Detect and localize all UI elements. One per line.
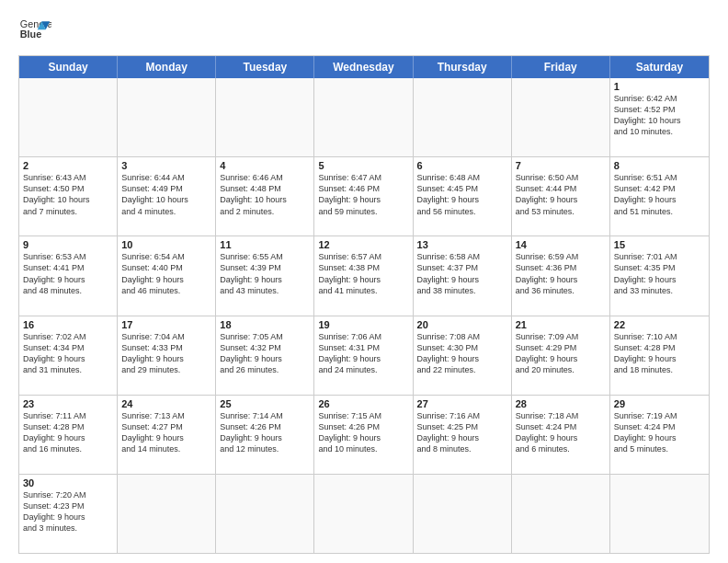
cal-cell bbox=[216, 475, 314, 553]
day-info: Sunrise: 7:06 AM Sunset: 4:31 PM Dayligh… bbox=[318, 331, 408, 376]
cal-cell: 15Sunrise: 7:01 AM Sunset: 4:35 PM Dayli… bbox=[610, 236, 709, 315]
day-number: 26 bbox=[318, 398, 408, 409]
cal-cell bbox=[314, 475, 413, 553]
calendar-header: SundayMondayTuesdayWednesdayThursdayFrid… bbox=[19, 56, 709, 78]
cal-cell: 16Sunrise: 7:02 AM Sunset: 4:34 PM Dayli… bbox=[19, 316, 118, 395]
cal-cell bbox=[414, 78, 512, 156]
day-number: 27 bbox=[417, 398, 507, 409]
day-number: 3 bbox=[121, 160, 211, 171]
page: General Blue SundayMondayTuesdayWednesda… bbox=[0, 0, 728, 563]
cal-cell: 20Sunrise: 7:08 AM Sunset: 4:30 PM Dayli… bbox=[414, 316, 512, 395]
day-info: Sunrise: 6:47 AM Sunset: 4:46 PM Dayligh… bbox=[318, 172, 408, 217]
cal-cell: 26Sunrise: 7:15 AM Sunset: 4:26 PM Dayli… bbox=[314, 396, 413, 474]
day-info: Sunrise: 7:08 AM Sunset: 4:30 PM Dayligh… bbox=[417, 331, 507, 376]
day-info: Sunrise: 7:13 AM Sunset: 4:27 PM Dayligh… bbox=[121, 410, 211, 455]
cal-cell: 13Sunrise: 6:58 AM Sunset: 4:37 PM Dayli… bbox=[414, 236, 512, 315]
cal-cell: 3Sunrise: 6:44 AM Sunset: 4:49 PM Daylig… bbox=[118, 157, 216, 236]
calendar: SundayMondayTuesdayWednesdayThursdayFrid… bbox=[18, 55, 710, 554]
cal-cell: 27Sunrise: 7:16 AM Sunset: 4:25 PM Dayli… bbox=[414, 396, 512, 474]
cal-header-day: Friday bbox=[512, 56, 610, 78]
cal-cell bbox=[19, 78, 118, 156]
day-number: 16 bbox=[23, 319, 113, 330]
cal-cell bbox=[118, 78, 216, 156]
cal-row: 9Sunrise: 6:53 AM Sunset: 4:41 PM Daylig… bbox=[19, 236, 709, 315]
generalblue-logo-icon: General Blue bbox=[18, 15, 51, 48]
cal-cell: 10Sunrise: 6:54 AM Sunset: 4:40 PM Dayli… bbox=[118, 236, 216, 315]
day-info: Sunrise: 7:14 AM Sunset: 4:26 PM Dayligh… bbox=[220, 410, 310, 455]
cal-cell bbox=[414, 475, 512, 553]
day-number: 17 bbox=[121, 319, 211, 330]
day-number: 14 bbox=[516, 239, 606, 250]
day-number: 11 bbox=[220, 239, 310, 250]
day-number: 28 bbox=[516, 398, 606, 409]
day-info: Sunrise: 7:01 AM Sunset: 4:35 PM Dayligh… bbox=[614, 251, 705, 296]
cal-header-day: Tuesday bbox=[216, 56, 314, 78]
cal-cell: 4Sunrise: 6:46 AM Sunset: 4:48 PM Daylig… bbox=[216, 157, 314, 236]
cal-row: 16Sunrise: 7:02 AM Sunset: 4:34 PM Dayli… bbox=[19, 316, 709, 395]
day-number: 20 bbox=[417, 319, 507, 330]
logo: General Blue bbox=[18, 15, 51, 48]
cal-cell: 28Sunrise: 7:18 AM Sunset: 4:24 PM Dayli… bbox=[512, 396, 610, 474]
cal-cell: 12Sunrise: 6:57 AM Sunset: 4:38 PM Dayli… bbox=[314, 236, 413, 315]
day-info: Sunrise: 6:53 AM Sunset: 4:41 PM Dayligh… bbox=[23, 251, 113, 296]
day-info: Sunrise: 7:02 AM Sunset: 4:34 PM Dayligh… bbox=[23, 331, 113, 376]
cal-cell: 18Sunrise: 7:05 AM Sunset: 4:32 PM Dayli… bbox=[216, 316, 314, 395]
cal-cell: 30Sunrise: 7:20 AM Sunset: 4:23 PM Dayli… bbox=[19, 475, 118, 553]
day-info: Sunrise: 7:04 AM Sunset: 4:33 PM Dayligh… bbox=[121, 331, 211, 376]
day-number: 6 bbox=[417, 160, 507, 171]
cal-cell: 7Sunrise: 6:50 AM Sunset: 4:44 PM Daylig… bbox=[512, 157, 610, 236]
cal-cell: 9Sunrise: 6:53 AM Sunset: 4:41 PM Daylig… bbox=[19, 236, 118, 315]
cal-cell bbox=[610, 475, 709, 553]
day-info: Sunrise: 7:05 AM Sunset: 4:32 PM Dayligh… bbox=[220, 331, 310, 376]
cal-header-day: Saturday bbox=[610, 56, 709, 78]
day-info: Sunrise: 7:18 AM Sunset: 4:24 PM Dayligh… bbox=[516, 410, 606, 455]
cal-cell bbox=[512, 475, 610, 553]
day-number: 7 bbox=[516, 160, 606, 171]
cal-row: 23Sunrise: 7:11 AM Sunset: 4:28 PM Dayli… bbox=[19, 395, 709, 474]
day-info: Sunrise: 7:16 AM Sunset: 4:25 PM Dayligh… bbox=[417, 410, 507, 455]
day-info: Sunrise: 6:42 AM Sunset: 4:52 PM Dayligh… bbox=[614, 93, 705, 138]
cal-cell: 21Sunrise: 7:09 AM Sunset: 4:29 PM Dayli… bbox=[512, 316, 610, 395]
cal-cell: 5Sunrise: 6:47 AM Sunset: 4:46 PM Daylig… bbox=[314, 157, 413, 236]
day-info: Sunrise: 7:11 AM Sunset: 4:28 PM Dayligh… bbox=[23, 410, 113, 455]
svg-text:Blue: Blue bbox=[20, 29, 41, 40]
day-info: Sunrise: 6:54 AM Sunset: 4:40 PM Dayligh… bbox=[121, 251, 211, 296]
day-number: 15 bbox=[614, 239, 705, 250]
day-info: Sunrise: 7:10 AM Sunset: 4:28 PM Dayligh… bbox=[614, 331, 705, 376]
cal-cell: 2Sunrise: 6:43 AM Sunset: 4:50 PM Daylig… bbox=[19, 157, 118, 236]
calendar-body: 1Sunrise: 6:42 AM Sunset: 4:52 PM Daylig… bbox=[19, 78, 709, 553]
cal-cell: 1Sunrise: 6:42 AM Sunset: 4:52 PM Daylig… bbox=[610, 78, 709, 156]
day-number: 9 bbox=[23, 239, 113, 250]
day-info: Sunrise: 6:44 AM Sunset: 4:49 PM Dayligh… bbox=[121, 172, 211, 217]
day-number: 23 bbox=[23, 398, 113, 409]
cal-header-day: Sunday bbox=[19, 56, 118, 78]
cal-cell: 24Sunrise: 7:13 AM Sunset: 4:27 PM Dayli… bbox=[118, 396, 216, 474]
day-number: 25 bbox=[220, 398, 310, 409]
day-info: Sunrise: 7:09 AM Sunset: 4:29 PM Dayligh… bbox=[516, 331, 606, 376]
day-info: Sunrise: 6:43 AM Sunset: 4:50 PM Dayligh… bbox=[23, 172, 113, 217]
cal-cell: 17Sunrise: 7:04 AM Sunset: 4:33 PM Dayli… bbox=[118, 316, 216, 395]
day-number: 29 bbox=[614, 398, 705, 409]
day-info: Sunrise: 7:20 AM Sunset: 4:23 PM Dayligh… bbox=[23, 489, 113, 534]
cal-header-day: Wednesday bbox=[314, 56, 413, 78]
day-info: Sunrise: 6:57 AM Sunset: 4:38 PM Dayligh… bbox=[318, 251, 408, 296]
day-number: 10 bbox=[121, 239, 211, 250]
cal-header-day: Monday bbox=[118, 56, 216, 78]
day-number: 19 bbox=[318, 319, 408, 330]
day-info: Sunrise: 7:19 AM Sunset: 4:24 PM Dayligh… bbox=[614, 410, 705, 455]
header: General Blue bbox=[18, 15, 710, 48]
day-info: Sunrise: 6:59 AM Sunset: 4:36 PM Dayligh… bbox=[516, 251, 606, 296]
cal-header-day: Thursday bbox=[414, 56, 512, 78]
cal-cell: 14Sunrise: 6:59 AM Sunset: 4:36 PM Dayli… bbox=[512, 236, 610, 315]
day-number: 22 bbox=[614, 319, 705, 330]
cal-cell: 29Sunrise: 7:19 AM Sunset: 4:24 PM Dayli… bbox=[610, 396, 709, 474]
day-info: Sunrise: 6:55 AM Sunset: 4:39 PM Dayligh… bbox=[220, 251, 310, 296]
cal-cell: 11Sunrise: 6:55 AM Sunset: 4:39 PM Dayli… bbox=[216, 236, 314, 315]
day-number: 24 bbox=[121, 398, 211, 409]
day-info: Sunrise: 7:15 AM Sunset: 4:26 PM Dayligh… bbox=[318, 410, 408, 455]
cal-cell bbox=[118, 475, 216, 553]
cal-cell bbox=[216, 78, 314, 156]
day-number: 13 bbox=[417, 239, 507, 250]
day-number: 1 bbox=[614, 81, 705, 92]
cal-cell bbox=[512, 78, 610, 156]
